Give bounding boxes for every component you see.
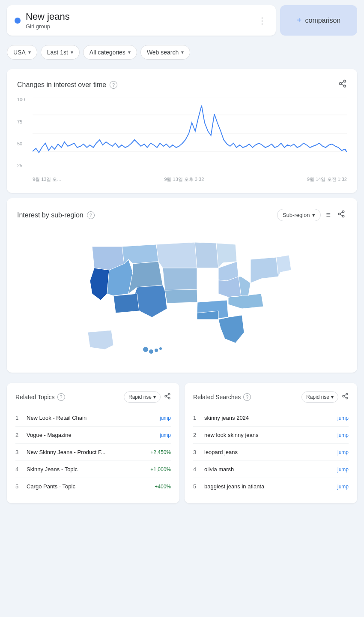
type-filter-label: Web search [147, 49, 179, 56]
type-filter[interactable]: Web search ▾ [140, 45, 190, 60]
map-share-icon[interactable] [336, 208, 347, 222]
search-term-info: New jeans Girl group [26, 11, 70, 30]
subregion-help-icon[interactable]: ? [87, 211, 95, 219]
chart-title-group: Changes in interest over time ? [17, 81, 117, 89]
search-num-3: 3 [193, 449, 199, 455]
category-filter-label: All categories [90, 49, 125, 56]
subregion-card: Interest by sub-region ? Sub-region ▾ ≡ [7, 198, 357, 373]
svg-point-0 [344, 80, 346, 82]
category-filter[interactable]: All categories ▾ [83, 45, 137, 60]
topics-share-icon[interactable] [164, 393, 171, 401]
svg-line-14 [340, 212, 342, 214]
related-search-item: 2 new look skinny jeans jump [193, 427, 349, 444]
topic-badge-1: jump [160, 415, 171, 421]
searches-rapid-rise-label: Rapid rise [306, 394, 329, 400]
y-label-75: 75 [17, 119, 25, 124]
related-topic-item: 1 New Look - Retail Chain jump [15, 409, 171, 427]
search-term-left: New jeans Girl group [15, 11, 70, 30]
header-area: New jeans Girl group ⋮ + comparison [0, 0, 364, 41]
search-name-1: skinny jeans 2024 [204, 415, 249, 421]
svg-point-26 [346, 397, 348, 399]
search-badge-4: jump [337, 467, 349, 473]
search-term-card: New jeans Girl group ⋮ [7, 5, 276, 36]
topics-rapid-rise-chevron: ▾ [153, 394, 156, 400]
searches-rapid-rise-btn[interactable]: Rapid rise ▾ [301, 391, 338, 403]
x-label-end: 9월 14일 오전 1:32 [307, 176, 347, 183]
svg-point-11 [338, 213, 340, 215]
search-badge-3: jump [337, 449, 349, 455]
type-chevron-icon: ▾ [181, 49, 184, 55]
search-item-4-left: 4 olivia marsh [193, 466, 234, 473]
subregion-title: Interest by sub-region [17, 211, 84, 219]
usa-map-svg [71, 234, 293, 358]
related-searches-title-group: Related Searches ? [193, 393, 251, 401]
blue-dot-indicator [15, 18, 21, 24]
search-name-4: olivia marsh [204, 466, 234, 473]
time-filter-label: Last 1st [47, 49, 68, 56]
related-topic-item: 4 Skinny Jeans - Topic +1,000% [15, 461, 171, 478]
related-topics-header: Related Topics ? Rapid rise ▾ [15, 391, 171, 403]
related-topics-controls: Rapid rise ▾ [124, 391, 171, 403]
chart-container: 100 75 50 25 9월 13일 오... 9월 13일 오후 3:32 … [17, 97, 347, 183]
topic-num-5: 5 [15, 483, 21, 490]
topics-rapid-rise-label: Rapid rise [128, 394, 152, 400]
y-label-50: 50 [17, 141, 25, 146]
comparison-plus-icon: + [297, 15, 302, 25]
related-search-item: 3 leopard jeans jump [193, 444, 349, 461]
region-filter[interactable]: USA ▾ [7, 45, 37, 60]
chart-title: Changes in interest over time [17, 81, 106, 89]
topic-item-3-left: 3 New Skinny Jeans - Product F... [15, 449, 105, 455]
search-num-4: 4 [193, 466, 199, 473]
related-topics-card: Related Topics ? Rapid rise ▾ [7, 383, 179, 503]
svg-point-2 [344, 85, 346, 87]
search-num-2: 2 [193, 432, 199, 438]
subregion-title-group: Interest by sub-region ? [17, 211, 95, 219]
topic-item-2-left: 2 Vogue - Magazine [15, 432, 72, 438]
topics-rapid-rise-btn[interactable]: Rapid rise ▾ [124, 391, 161, 403]
search-item-1-left: 1 skinny jeans 2024 [193, 415, 249, 421]
region-chevron-icon: ▾ [28, 49, 31, 55]
subregion-chevron-icon: ▾ [312, 212, 315, 218]
y-label-25: 25 [17, 163, 25, 168]
topic-item-4-left: 4 Skinny Jeans - Topic [15, 466, 78, 473]
search-name-5: baggiest jeans in atlanta [204, 483, 264, 490]
comparison-label: comparison [305, 17, 340, 24]
related-searches-header: Related Searches ? Rapid rise ▾ [193, 391, 349, 403]
y-label-100: 100 [17, 97, 25, 102]
svg-line-23 [167, 395, 169, 396]
svg-point-15 [143, 347, 148, 352]
subregion-dropdown-label: Sub-region [283, 212, 310, 218]
related-topics-title: Related Topics [15, 394, 55, 400]
map-list-icon[interactable]: ≡ [324, 209, 332, 221]
category-chevron-icon: ▾ [128, 49, 131, 55]
searches-share-icon[interactable] [342, 393, 349, 401]
search-item-2-left: 2 new look skinny jeans [193, 432, 258, 438]
topic-name-1: New Look - Retail Chain [27, 415, 87, 421]
topic-badge-3: +2,450% [150, 449, 171, 455]
subregion-dropdown[interactable]: Sub-region ▾ [277, 209, 321, 221]
chart-share-icon[interactable] [338, 79, 347, 90]
topic-item-1-left: 1 New Look - Retail Chain [15, 415, 87, 421]
related-searches-title: Related Searches [193, 394, 241, 400]
topic-num-4: 4 [15, 466, 21, 473]
svg-line-27 [344, 397, 346, 398]
three-dots-menu[interactable]: ⋮ [256, 14, 268, 27]
x-label-mid: 9월 13일 오후 3:32 [164, 176, 204, 183]
related-topics-help-icon[interactable]: ? [57, 393, 65, 401]
svg-point-20 [165, 395, 167, 397]
related-topic-item: 3 New Skinny Jeans - Product F... +2,450… [15, 444, 171, 461]
time-filter[interactable]: Last 1st ▾ [41, 45, 80, 60]
svg-point-19 [168, 394, 170, 395]
search-name-2: new look skinny jeans [204, 432, 258, 438]
related-searches-help-icon[interactable]: ? [243, 393, 251, 401]
svg-point-18 [159, 347, 162, 350]
topic-name-4: Skinny Jeans - Topic [27, 466, 78, 473]
search-item-3-left: 3 leopard jeans [193, 449, 238, 455]
time-chevron-icon: ▾ [71, 49, 73, 55]
topic-name-5: Cargo Pants - Topic [27, 483, 75, 490]
related-searches-controls: Rapid rise ▾ [301, 391, 349, 403]
comparison-card[interactable]: + comparison [280, 5, 357, 36]
related-search-item: 4 olivia marsh jump [193, 461, 349, 478]
chart-help-icon[interactable]: ? [110, 81, 117, 89]
search-num-1: 1 [193, 415, 199, 421]
